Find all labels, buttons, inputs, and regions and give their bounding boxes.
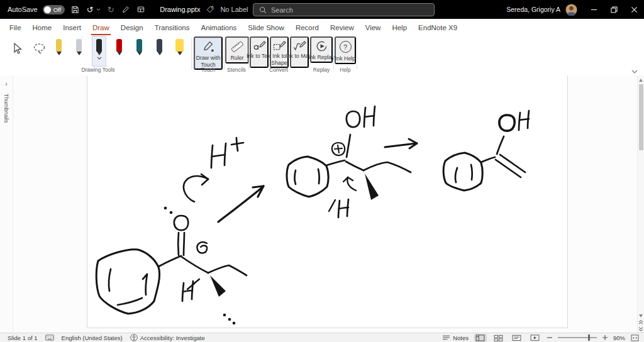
group-label-stencils: Stencils <box>224 67 249 73</box>
pen-silver[interactable] <box>72 36 86 67</box>
group-label-convert: Convert <box>248 67 309 73</box>
tab-help[interactable]: Help <box>386 21 413 35</box>
zoom-slider[interactable] <box>558 337 597 338</box>
pen-teal[interactable] <box>132 36 147 67</box>
group-divider <box>191 38 192 69</box>
ink-to-math-button[interactable]: Ink to Math <box>290 36 309 68</box>
draw-with-touch-label: Draw with Touch <box>194 55 222 68</box>
tab-home[interactable]: Home <box>27 21 58 35</box>
tab-endnote-x9[interactable]: EndNote X9 <box>413 21 463 35</box>
accessibility-status[interactable]: Accessibility: Investigate <box>130 334 205 341</box>
normal-view-button[interactable] <box>474 334 487 342</box>
zoom-slider-thumb[interactable] <box>588 334 590 341</box>
ink-replay-button[interactable]: Ink Replay <box>310 36 333 63</box>
tab-transitions[interactable]: Transitions <box>149 21 196 35</box>
group-divider <box>333 38 334 69</box>
restore-button[interactable] <box>604 0 624 19</box>
ink-help-icon: ? <box>340 41 352 53</box>
pen-row <box>52 36 187 67</box>
qat-grid-icon[interactable] <box>136 4 146 15</box>
notes-button[interactable]: Notes <box>442 334 469 341</box>
touch-pen-icon <box>201 40 215 53</box>
slide-sorter-view-button[interactable] <box>492 334 505 342</box>
fit-slide-to-window-icon[interactable] <box>631 334 639 341</box>
collapse-ribbon-icon[interactable] <box>631 70 638 74</box>
language-status[interactable]: English (United States) <box>62 334 123 341</box>
ribbon-tabs: FileHomeInsertDrawDesignTransitionsAnima… <box>0 21 463 35</box>
ink-to-math-icon <box>292 40 307 52</box>
tab-animations[interactable]: Animations <box>195 21 242 35</box>
thumbnails-label: Thumbnails <box>3 94 9 123</box>
slide-indicator[interactable]: Slide 1 of 1 <box>8 334 38 341</box>
qat-pen-icon[interactable] <box>121 4 131 15</box>
group-divider <box>357 38 357 69</box>
ruler-icon <box>230 40 244 53</box>
ink-help-button[interactable]: ? Ink Help <box>335 36 356 64</box>
draw-with-touch-button[interactable]: Draw with Touch <box>194 36 223 70</box>
status-bar: Slide 1 of 1 English (United States) Acc… <box>0 333 644 342</box>
autosave-toggle[interactable]: Off <box>43 5 65 14</box>
save-icon[interactable] <box>70 4 80 15</box>
slide-show-button[interactable] <box>529 334 541 342</box>
scrollbar-thumb[interactable] <box>639 84 643 150</box>
ink-help-label: Ink Help <box>331 55 359 62</box>
tab-review[interactable]: Review <box>325 21 360 35</box>
tab-view[interactable]: View <box>360 21 387 35</box>
pen-slate[interactable] <box>152 36 167 67</box>
ink-to-shape-icon <box>272 40 287 52</box>
lasso-select-tool[interactable] <box>31 39 48 58</box>
autosave-state: Off <box>53 6 62 13</box>
thumbnails-expand-icon[interactable]: › <box>0 80 13 87</box>
minimize-button[interactable] <box>584 0 604 19</box>
group-divider <box>224 38 225 69</box>
search-input[interactable]: Search <box>253 3 435 16</box>
user-name[interactable]: Sereda, Grigoriy A <box>506 6 560 13</box>
tab-insert[interactable]: Insert <box>57 21 87 35</box>
search-icon <box>259 6 267 14</box>
sensitivity-label[interactable]: No Label <box>220 6 248 13</box>
thumbnails-panel-collapsed[interactable]: › Thumbnails <box>0 75 13 333</box>
search-placeholder: Search <box>271 6 293 14</box>
accessibility-icon <box>130 334 138 341</box>
group-label-drawing-tools: Drawing Tools <box>9 67 187 73</box>
zoom-in-icon[interactable] <box>602 335 608 340</box>
scroll-down-icon[interactable] <box>639 314 643 317</box>
zoom-level[interactable]: 90% <box>613 334 625 341</box>
pen-pencil-yellow[interactable] <box>52 36 66 67</box>
undo-dropdown-icon[interactable] <box>96 8 101 11</box>
pen-highlighter-yellow[interactable] <box>172 36 187 67</box>
keyboard-icon[interactable] <box>45 334 54 341</box>
select-tool[interactable] <box>9 39 25 58</box>
group-label-replay: Replay <box>309 67 334 73</box>
slide[interactable] <box>87 75 568 328</box>
tab-file[interactable]: File <box>4 21 27 35</box>
autosave-toggle-knob <box>44 6 51 13</box>
tab-slide-show[interactable]: Slide Show <box>242 21 290 35</box>
pen-black[interactable] <box>92 36 106 67</box>
tab-draw[interactable]: Draw <box>87 21 115 35</box>
ribbon-tab-row: FileHomeInsertDrawDesignTransitionsAnima… <box>0 19 644 35</box>
sensitivity-tag-icon[interactable] <box>205 4 215 15</box>
ribbon-draw-tab: Draw with Touch Ruler Ink to Text Ink to… <box>0 35 644 76</box>
undo-icon[interactable]: ↺ <box>85 4 95 15</box>
group-label-help: Help <box>333 67 357 73</box>
reading-view-button[interactable] <box>511 334 523 342</box>
group-divider <box>309 38 309 69</box>
tab-design[interactable]: Design <box>115 21 149 35</box>
next-slide-icon[interactable] <box>638 327 643 331</box>
pen-red[interactable] <box>112 36 126 67</box>
ink-replay-icon <box>315 40 328 53</box>
vertical-scrollbar[interactable] <box>637 75 644 333</box>
previous-slide-icon[interactable] <box>638 320 643 324</box>
autosave-label: AutoSave <box>8 6 38 13</box>
tab-record[interactable]: Record <box>290 21 325 35</box>
close-icon[interactable] <box>624 0 644 19</box>
avatar[interactable] <box>565 4 577 16</box>
file-name[interactable]: Drawing.pptx <box>160 6 200 13</box>
notes-icon <box>442 334 450 341</box>
scroll-up-icon[interactable] <box>639 79 643 82</box>
powerpoint-window: AutoSave Off ↺ ↻ Drawing.pptx <box>0 0 644 342</box>
slide-canvas-area[interactable]: › Thumbnails <box>0 75 637 333</box>
zoom-out-icon[interactable] <box>547 335 552 340</box>
ink-to-text-icon <box>252 40 267 52</box>
